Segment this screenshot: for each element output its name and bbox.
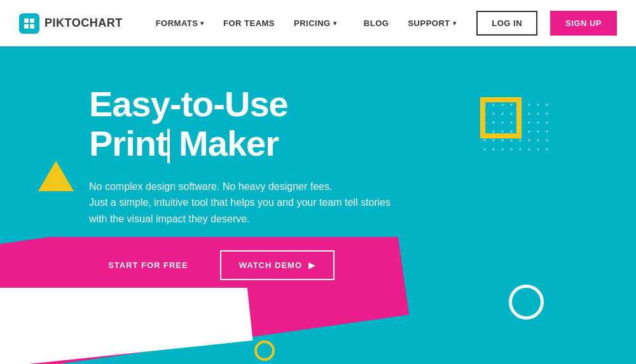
nav-right: BLOG SUPPORT ▾ LOG IN SIGN UP (356, 11, 617, 36)
svg-rect-3 (30, 24, 34, 29)
hero-subtitle-line3: with the visual impact they deserve. (89, 213, 250, 224)
nav-for-teams-label: FOR TEAMS (223, 18, 275, 28)
nav-support-arrow: ▾ (453, 20, 457, 27)
circle-yellow-small-decoration (254, 340, 275, 361)
login-button[interactable]: LOG IN (476, 11, 537, 36)
triangle-decoration (38, 161, 74, 191)
logo[interactable]: PIKTOCHART (19, 13, 123, 34)
nav-formats-label: FORMATS (156, 18, 198, 28)
hero-title-line2: Print Maker (89, 123, 279, 163)
yellow-square-decoration (480, 97, 522, 138)
signup-button[interactable]: SIGN UP (550, 11, 617, 36)
nav-blog-label: BLOG (364, 18, 389, 28)
start-for-free-button[interactable]: START FOR FREE (89, 250, 207, 280)
watch-demo-arrow-icon: ▶ (308, 260, 315, 270)
nav-links: FORMATS ▾ FOR TEAMS PRICING ▾ (148, 13, 356, 33)
hero-buttons: START FOR FREE WATCH DEMO ▶ (89, 250, 391, 280)
hero-title-line1: Easy-to-Use (89, 84, 288, 124)
nav-formats-arrow: ▾ (200, 20, 204, 27)
hero-title-maker: Maker (170, 123, 279, 163)
svg-rect-2 (24, 24, 29, 29)
nav-right-links: BLOG SUPPORT ▾ (356, 13, 464, 33)
logo-icon (19, 13, 39, 34)
hero-content: Easy-to-Use Print Maker No complex desig… (89, 84, 391, 280)
watch-demo-label: WATCH DEMO (239, 260, 302, 270)
svg-rect-0 (24, 18, 29, 23)
hero-subtitle-line2: Just a simple, intuitive tool that helps… (89, 197, 391, 208)
nav-item-support[interactable]: SUPPORT ▾ (400, 13, 464, 33)
hero-subtitle: No complex design software. No heavy des… (89, 179, 391, 227)
nav-pricing-arrow: ▾ (333, 20, 337, 27)
logo-text: PIKTOCHART (45, 17, 123, 30)
nav-item-blog[interactable]: BLOG (356, 13, 397, 33)
hero-title: Easy-to-Use Print Maker (89, 84, 391, 163)
hero-title-print: Print (89, 123, 167, 163)
svg-rect-1 (30, 18, 34, 23)
nav-item-formats[interactable]: FORMATS ▾ (148, 13, 212, 33)
circle-white-decoration (509, 285, 544, 320)
nav-item-for-teams[interactable]: FOR TEAMS (216, 13, 282, 33)
hero-section: Easy-to-Use Print Maker No complex desig… (0, 46, 636, 364)
nav-support-label: SUPPORT (408, 18, 450, 28)
logo-svg (23, 17, 36, 30)
navbar: PIKTOCHART FORMATS ▾ FOR TEAMS PRICING ▾… (0, 0, 636, 46)
nav-item-pricing[interactable]: PRICING ▾ (286, 13, 344, 33)
nav-pricing-label: PRICING (294, 18, 331, 28)
watch-demo-button[interactable]: WATCH DEMO ▶ (220, 250, 335, 280)
hero-subtitle-line1: No complex design software. No heavy des… (89, 181, 332, 192)
